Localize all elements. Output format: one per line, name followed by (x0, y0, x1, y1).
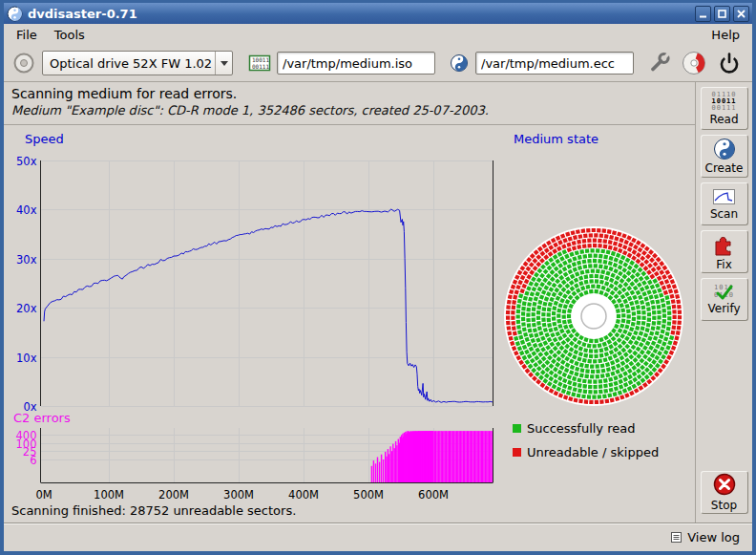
menubar: File Tools Help (4, 24, 752, 45)
disc-sector (578, 383, 582, 388)
bottom-bar: View log (4, 523, 752, 551)
disc-sector (589, 233, 593, 237)
disc-sector (671, 325, 676, 330)
disc-sector (576, 229, 580, 234)
c2-bar (486, 431, 487, 482)
verify-label: Verify (707, 302, 740, 315)
disc-sector (672, 320, 677, 325)
disc-sector (578, 389, 582, 394)
minimize-button[interactable] (695, 6, 711, 22)
c2-bar (435, 431, 436, 482)
preferences-wrench-icon[interactable] (647, 51, 672, 75)
c2-bar (395, 441, 396, 482)
disc-sector (594, 254, 598, 258)
disc-sector (598, 348, 603, 352)
charts-region: 0M100M200M300M400M500M600M0x10x20x30x40x… (4, 125, 695, 503)
yin-yang-icon (713, 138, 736, 160)
c2-bar (471, 431, 472, 482)
scan-button[interactable]: Scan (701, 182, 748, 225)
disc-sector (597, 228, 600, 232)
view-log-button[interactable]: View log (665, 528, 745, 546)
disc-sector (521, 311, 525, 315)
menu-help[interactable]: Help (703, 26, 748, 44)
c2-bar (398, 439, 399, 482)
fix-button[interactable]: Fix (701, 230, 748, 273)
c2-bar (489, 431, 490, 482)
c2-bar (453, 431, 454, 482)
disc-sector (631, 322, 636, 327)
disc-sector (595, 400, 598, 404)
titlebar[interactable]: dvdisaster-0.71 (4, 3, 752, 24)
c2-bar (450, 431, 451, 482)
disc-sector (593, 344, 597, 348)
c2-bar (472, 431, 472, 482)
c2-bar (396, 445, 397, 482)
maximize-button[interactable] (714, 6, 730, 22)
disc-sector (626, 319, 631, 324)
disc-sector (582, 358, 587, 363)
c2-bar (432, 431, 433, 482)
maximize-icon (717, 9, 727, 19)
disc-sector (595, 279, 599, 284)
main-row: Scanning medium for read errors. Medium … (4, 82, 752, 523)
c2-bar (465, 431, 466, 482)
disc-sector (585, 269, 590, 274)
disc-sector (662, 303, 666, 308)
disc-sector (616, 319, 620, 324)
disc-sector (617, 314, 620, 318)
disc-sector (646, 307, 651, 311)
c2-bar (481, 431, 482, 482)
disc-sector (526, 312, 530, 316)
disc-sector (678, 310, 682, 314)
disc-sector (632, 311, 636, 315)
c2-bar (482, 431, 483, 482)
disc-sector (631, 306, 636, 310)
disc-sector (552, 316, 556, 320)
disc-sector (547, 312, 551, 316)
disc-sector (593, 379, 597, 383)
verify-button[interactable]: 1011 0110 Verify (701, 278, 748, 321)
disc-sector (579, 374, 584, 378)
app-icon (7, 6, 23, 22)
read-button[interactable]: 01110 10011 00111 Read (701, 87, 748, 130)
disc-sector (600, 269, 605, 274)
menu-file[interactable]: File (8, 26, 46, 44)
ecc-path-input[interactable] (475, 52, 634, 75)
c2-bar (445, 431, 446, 482)
close-button[interactable] (733, 6, 749, 22)
disc-sector (594, 339, 598, 344)
disc-sector (599, 399, 604, 404)
disc-sector (556, 319, 561, 324)
dvdisaster-logo-icon[interactable] (681, 50, 707, 76)
create-button[interactable]: Create (701, 135, 748, 178)
disc-sector (604, 234, 609, 239)
disc-sector (590, 364, 594, 368)
disc-sector (594, 354, 598, 358)
disc-sector (667, 311, 671, 315)
disc-sector (607, 229, 612, 234)
scan-chart-icon (712, 187, 737, 206)
disc-sector (512, 306, 516, 310)
app-window: dvdisaster-0.71 File Tools Help O (0, 0, 756, 555)
legend-label-unreadable: Unreadable / skipped (527, 445, 659, 459)
stop-label: Stop (711, 499, 737, 512)
stop-button[interactable]: Stop (701, 471, 748, 514)
disc-sector (640, 305, 645, 310)
disc-sector (603, 383, 608, 388)
image-path-input[interactable] (277, 52, 435, 75)
disc-sector (590, 374, 594, 378)
c2-bar (478, 431, 479, 482)
disc-sector (516, 325, 521, 330)
x-tick-label: 0M (35, 488, 52, 502)
window-controls (695, 6, 749, 22)
disc-sector (507, 300, 512, 305)
disc-sector (667, 321, 672, 326)
disc-sector (598, 259, 602, 264)
disc-sector (599, 274, 604, 279)
disc-hole (581, 304, 606, 329)
disc-sector (582, 259, 587, 264)
menu-tools[interactable]: Tools (46, 26, 94, 44)
drive-select[interactable]: Optical drive 52X FW 1.02 (42, 51, 233, 75)
c2-bar (383, 459, 384, 482)
quit-power-icon[interactable] (716, 50, 743, 76)
